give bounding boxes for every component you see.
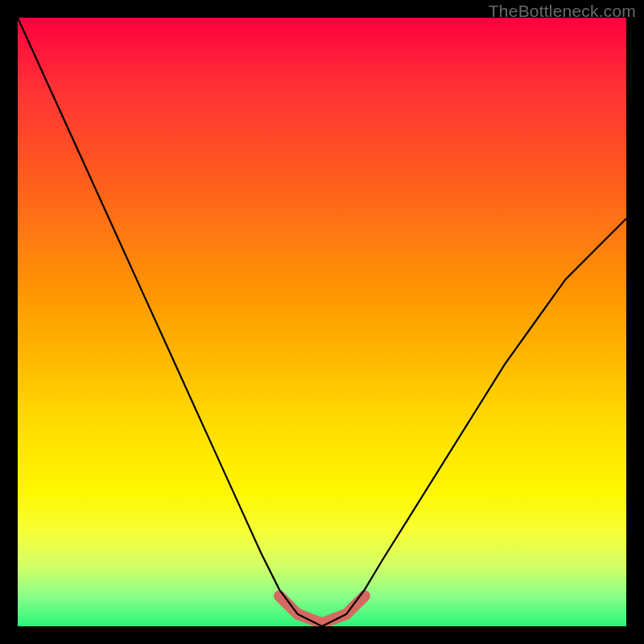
plot-area	[18, 18, 626, 626]
watermark-text: TheBottleneck.com	[489, 2, 636, 21]
chart-stage: TheBottleneck.com	[0, 0, 644, 644]
chart-svg	[18, 18, 626, 626]
optimal-range-highlight	[279, 596, 365, 623]
bottleneck-curve	[18, 18, 626, 626]
